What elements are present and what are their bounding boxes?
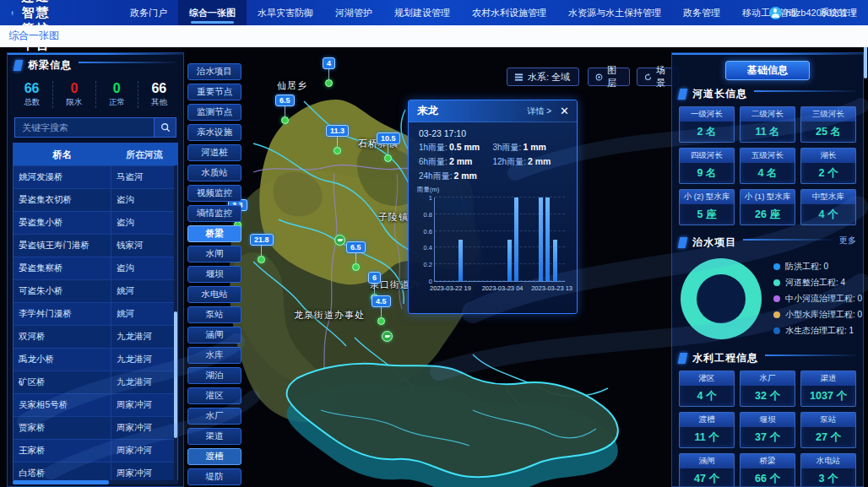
popup-title: 来龙 (417, 104, 438, 118)
layer-menu: 治水项目重要节点监测节点亲水设施河道桩水质站视频监控墒情监控桥梁水闸堰坝水电站泵… (187, 63, 241, 487)
bridge-name-cell: 王家桥 (14, 440, 111, 462)
layer-item-涵闸[interactable]: 涵闸 (187, 327, 241, 344)
table-row[interactable]: 吴家相5号桥周家冲河 (14, 393, 177, 416)
layer-item-水闸[interactable]: 水闸 (187, 246, 241, 262)
map-station-marker[interactable]: 6.5 (275, 95, 295, 124)
facility-card: 水厂32 个 (740, 371, 795, 407)
bridge-stats: 66总数0限水0正常66其他 (8, 76, 183, 111)
bridge-table-body: 姚河发漫桥马盗河晏盗集衣切桥盗沟晏盗集小桥盗沟晏盗镇王寿门港桥钱家河晏盗集察桥盗… (14, 165, 177, 484)
basic-info-button[interactable]: 基础信息 (725, 61, 810, 80)
card-label: 堰坝 (741, 413, 795, 427)
river-cell: 周家冲河 (111, 440, 177, 462)
table-row[interactable]: 晏盗集察桥盗沟 (14, 257, 177, 279)
breadcrumb[interactable]: 综合一张图 (8, 29, 59, 43)
layer-item-水厂[interactable]: 水厂 (187, 408, 241, 425)
card-value: 47 个 (680, 468, 734, 487)
map-station-marker[interactable]: 4 (323, 57, 335, 87)
layer-item-治水项目[interactable]: 治水项目 (187, 63, 241, 80)
legend-item: 水生态治理工程: 1 (773, 325, 862, 337)
table-hscroll-thumb[interactable] (13, 480, 109, 484)
nav-item-政务门户[interactable]: 政务门户 (119, 0, 178, 25)
nav-item-政务管理[interactable]: 政务管理 (672, 0, 731, 25)
stat-label: 正常 (96, 97, 138, 108)
projects-more-link[interactable]: 更多 (839, 235, 856, 246)
projects-donut-chart (681, 258, 762, 339)
table-row[interactable]: 双河桥九龙港河 (14, 325, 177, 348)
water-system-scope-button[interactable]: 水系: 全域 (507, 68, 579, 86)
bridge-name-cell: 贾家桥 (14, 417, 111, 439)
layer-item-墒情监控[interactable]: 墒情监控 (187, 205, 241, 222)
marker-pin-icon (281, 116, 289, 124)
table-row[interactable]: 贾家桥周家冲河 (14, 416, 177, 439)
layer-item-堤防[interactable]: 堤防 (187, 468, 241, 485)
layer-item-水库[interactable]: 水库 (187, 347, 241, 364)
layer-item-湖泊[interactable]: 湖泊 (187, 367, 241, 384)
marker-stick (285, 106, 285, 116)
bridge-name-cell: 可盗朱小桥 (14, 280, 111, 302)
map-station-marker[interactable]: 21.8 (250, 234, 274, 263)
card-label: 二级河长 (741, 107, 795, 122)
layer-item-桥梁[interactable]: 桥梁 (187, 225, 241, 242)
layer-item-视频监控[interactable]: 视频监控 (187, 185, 241, 202)
layer-item-河道桩[interactable]: 河道桩 (187, 144, 241, 161)
search-button[interactable] (155, 117, 176, 138)
map-station-marker[interactable]: 11.3 (326, 125, 349, 154)
nav-item-水旱灾害防御[interactable]: 水旱灾害防御 (247, 0, 324, 25)
popup-detail-link[interactable]: 详情 > (527, 106, 551, 117)
layer-item-水质站[interactable]: 水质站 (187, 165, 241, 181)
layers-button[interactable]: 图层 (588, 68, 630, 86)
table-horizontal-scrollbar[interactable] (13, 480, 178, 484)
table-row[interactable]: 李学舛门漫桥姚河 (14, 302, 177, 325)
chart-bar (545, 198, 550, 281)
marker-pin-icon (334, 147, 341, 154)
layer-item-重要节点[interactable]: 重要节点 (187, 84, 241, 100)
legend-label: 中小河流治理工程: 0 (785, 293, 862, 305)
user-name: hbzb42080201 (786, 8, 848, 18)
camera-marker-icon[interactable] (334, 235, 345, 246)
layer-item-亲水设施[interactable]: 亲水设施 (187, 124, 241, 141)
table-row[interactable]: 禹龙小桥九龙港河 (14, 348, 177, 371)
table-row[interactable]: 矿区桥九龙港河 (14, 371, 177, 393)
section-accent-icon (678, 89, 688, 100)
close-icon[interactable]: ✕ (560, 106, 569, 116)
layer-item-监测节点[interactable]: 监测节点 (187, 104, 241, 121)
table-row[interactable]: 晏盗镇王寿门港桥钱家河 (14, 234, 177, 257)
table-row[interactable]: 可盗朱小桥姚河 (14, 279, 177, 302)
layer-item-渠道[interactable]: 渠道 (187, 428, 241, 445)
table-vertical-scrollbar[interactable] (174, 165, 177, 483)
map-station-marker[interactable]: 4.5 (372, 295, 391, 325)
nav-item-水资源与水土保持管理[interactable]: 水资源与水土保持管理 (557, 0, 672, 25)
table-scroll-thumb[interactable] (174, 311, 177, 438)
table-row[interactable]: 姚河发漫桥马盗河 (14, 165, 177, 188)
nav-item-农村水利设施管理[interactable]: 农村水利设施管理 (461, 0, 557, 25)
panel-accent-line (8, 53, 183, 55)
bridge-name-cell: 晏盗集察桥 (14, 257, 111, 279)
marker-stick (328, 69, 329, 79)
table-row[interactable]: 晏盗集小桥盗沟 (14, 211, 177, 234)
nav-item-规划建设管理[interactable]: 规划建设管理 (383, 0, 461, 25)
user-menu[interactable]: hbzb42080201 ∨ (769, 0, 856, 25)
river-cell: 周家冲河 (111, 417, 177, 439)
search-input[interactable] (14, 117, 155, 138)
basic-info-panel: 基础信息 河道长信息 一级河长2 名二级河长11 名三级河长25 名四级河长9 … (671, 52, 864, 487)
river-chief-card: 湖长2 个 (800, 148, 856, 184)
layer-item-泵站[interactable]: 泵站 (187, 306, 241, 323)
map-station-marker[interactable]: 6.5 (346, 241, 366, 271)
legend-item: 小型水库治理工程: 0 (773, 309, 862, 321)
card-value: 37 个 (741, 427, 795, 447)
nav-item-综合一张图[interactable]: 综合一张图 (178, 0, 247, 25)
stat-value: 66 (11, 81, 52, 96)
layer-item-灌区[interactable]: 灌区 (187, 387, 241, 404)
layer-item-渡槽[interactable]: 渡槽 (187, 448, 241, 465)
table-row[interactable]: 王家桥周家冲河 (14, 439, 177, 462)
layer-item-水电站[interactable]: 水电站 (187, 286, 241, 303)
layer-item-堰坝[interactable]: 堰坝 (187, 266, 241, 283)
popup-titlebar: 来龙 详情 > ✕ (409, 100, 577, 122)
card-label: 渠道 (801, 371, 855, 386)
marker-stick (261, 246, 262, 256)
table-row[interactable]: 晏盗集衣切桥盗沟 (14, 188, 177, 211)
camera-marker-icon[interactable] (382, 331, 393, 342)
map-station-marker[interactable]: 10.5 (377, 133, 400, 162)
nav-item-河湖管护[interactable]: 河湖管护 (324, 0, 383, 25)
water-system-scope-label: 水系: 全域 (528, 71, 570, 84)
